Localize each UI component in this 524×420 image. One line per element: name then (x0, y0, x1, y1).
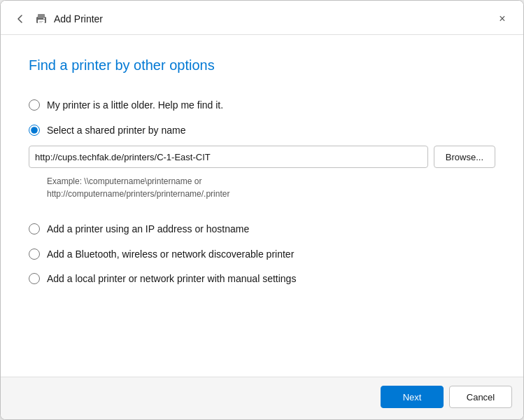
cancel-button[interactable]: Cancel (449, 386, 512, 408)
radio-local[interactable] (29, 273, 40, 284)
option-shared[interactable]: Select a shared printer by name (29, 118, 495, 144)
example-line1: Example: \\computername\printername or (47, 176, 201, 186)
option-bluetooth[interactable]: Add a Bluetooth, wireless or network dis… (29, 242, 495, 267)
shared-printer-row: Browse... (29, 146, 495, 168)
option-older-label: My printer is a little older. Help me fi… (47, 99, 223, 113)
option-ip[interactable]: Add a printer using an IP address or hos… (29, 217, 495, 242)
svg-rect-3 (39, 21, 43, 22)
options-list: My printer is a little older. Help me fi… (29, 93, 495, 292)
radio-bluetooth[interactable] (29, 248, 40, 260)
example-line2: http://computername/printers/printername… (47, 189, 229, 199)
title-bar: Add Printer × (1, 1, 523, 35)
close-button[interactable]: × (493, 9, 512, 29)
browse-button[interactable]: Browse... (434, 146, 495, 168)
page-title: Find a printer by other options (29, 57, 495, 74)
option-local[interactable]: Add a local printer or network printer w… (29, 267, 495, 292)
window-title: Add Printer (54, 13, 103, 24)
option-bluetooth-label: Add a Bluetooth, wireless or network dis… (47, 248, 294, 262)
footer: Next Cancel (1, 377, 523, 419)
printer-icon (34, 12, 48, 26)
shared-printer-section: Browse... Example: \\computername\printe… (29, 146, 495, 211)
next-button[interactable]: Next (381, 386, 444, 408)
main-content: Find a printer by other options My print… (1, 35, 523, 377)
radio-ip[interactable] (29, 223, 40, 234)
option-local-label: Add a local printer or network printer w… (47, 272, 296, 286)
option-older[interactable]: My printer is a little older. Help me fi… (29, 93, 495, 118)
title-bar-left: Add Printer (12, 10, 103, 27)
svg-point-5 (43, 18, 45, 20)
back-button[interactable] (12, 10, 29, 27)
radio-shared[interactable] (29, 125, 40, 136)
option-ip-label: Add a printer using an IP address or hos… (47, 223, 249, 237)
example-text: Example: \\computername\printername or h… (47, 175, 495, 200)
radio-older[interactable] (29, 99, 40, 111)
svg-rect-4 (39, 22, 42, 23)
add-printer-window: Add Printer × Find a printer by other op… (0, 0, 524, 420)
option-shared-label: Select a shared printer by name (47, 124, 185, 138)
svg-rect-1 (38, 14, 45, 18)
shared-printer-input[interactable] (29, 146, 428, 168)
